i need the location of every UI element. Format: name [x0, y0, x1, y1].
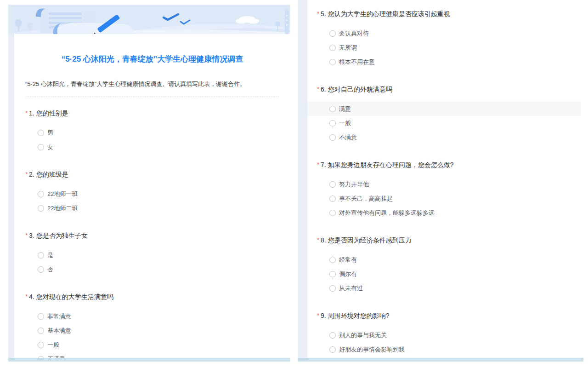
radio-button-icon[interactable]: [329, 257, 336, 263]
question-block: *3. 您是否为独生子女是否: [14, 231, 290, 276]
radio-button-icon[interactable]: [329, 346, 336, 353]
required-asterisk: *: [25, 171, 28, 178]
option-label: 从未有过: [339, 284, 363, 292]
option-label: 22地师二班: [47, 204, 78, 212]
option-row[interactable]: 一般: [307, 116, 581, 130]
radio-button-icon[interactable]: [329, 30, 336, 37]
radio-button-icon[interactable]: [329, 210, 336, 216]
radio-button-icon[interactable]: [38, 205, 44, 212]
survey-card: “5·25 心沐阳光，青春绽放”大学生心理健康情况调查 “5·25 心沐阳光，青…: [14, 34, 290, 358]
radio-button-icon[interactable]: [329, 332, 336, 339]
option-row[interactable]: 是: [14, 248, 290, 262]
required-asterisk: *: [317, 161, 319, 168]
question-block: *4. 您对现在的大学生活满意吗非常满意基本满意一般不满意: [14, 293, 290, 358]
option-label: 女: [47, 143, 53, 151]
survey-title: “5·25 心沐阳光，青春绽放”大学生心理健康情况调查: [25, 54, 279, 64]
option-label: 偶尔有: [339, 270, 357, 278]
required-asterisk: *: [25, 232, 28, 239]
option-row[interactable]: 经常有: [307, 253, 581, 267]
radio-button-icon[interactable]: [329, 196, 336, 202]
option-label: 基本满意: [47, 327, 71, 334]
option-row[interactable]: 基本满意: [14, 323, 290, 338]
option-row[interactable]: 从未有过: [307, 281, 581, 295]
option-label: 无所谓: [339, 44, 357, 52]
question-text: 5. 您认为大学生的心理健康是否应该引起重视: [321, 10, 450, 17]
option-label: 否: [47, 265, 53, 273]
radio-button-icon[interactable]: [329, 134, 336, 141]
option-row[interactable]: 要认真对待: [307, 26, 581, 40]
option-row[interactable]: 22地师一班: [14, 187, 290, 201]
option-row[interactable]: 偶尔有: [307, 267, 581, 281]
radio-button-icon[interactable]: [38, 313, 44, 320]
question-label: *3. 您是否为独生子女: [25, 231, 279, 240]
radio-button-icon[interactable]: [329, 271, 336, 277]
option-row[interactable]: 对外宣传他有问题，能躲多远躲多远: [307, 206, 581, 220]
option-row[interactable]: 不满意: [307, 130, 581, 144]
option-row[interactable]: 别人的事与我无关: [307, 328, 581, 342]
question-label: *6. 您对自己的外貌满意吗: [317, 85, 571, 94]
question-block: *5. 您认为大学生的心理健康是否应该引起重视要认真对待无所谓根本不用在意: [307, 10, 581, 69]
option-row[interactable]: 好朋友的事情会影响到我: [307, 342, 581, 356]
option-row[interactable]: 满意: [307, 102, 581, 116]
question-text: 7. 如果您身边朋友存在心理问题，您会怎么做?: [321, 161, 453, 168]
page-background-strip: [298, 0, 307, 358]
question-label: *7. 如果您身边朋友存在心理问题，您会怎么做?: [317, 161, 571, 169]
option-row[interactable]: 否: [14, 262, 290, 276]
question-block: *7. 如果您身边朋友存在心理问题，您会怎么做?努力开导他事不关己，高高挂起对外…: [307, 161, 581, 220]
option-row[interactable]: 22地师二班: [14, 201, 290, 215]
bottom-bar: [8, 358, 290, 362]
survey-card: *5. 您认为大学生的心理健康是否应该引起重视要认真对待无所谓根本不用在意*6.…: [307, 0, 581, 358]
option-row[interactable]: 努力开导他: [307, 177, 581, 191]
question-label: *2. 您的班级是: [25, 170, 279, 179]
question-label: *4. 您对现在的大学生活满意吗: [25, 293, 279, 301]
question-block: *9. 周围环境对您的影响?别人的事与我无关好朋友的事情会影响到我别人的事情对我…: [307, 311, 581, 358]
bottom-bar: [298, 358, 583, 362]
option-row[interactable]: 非常满意: [14, 309, 290, 323]
required-asterisk: *: [25, 109, 28, 116]
option-label: 满意: [339, 105, 351, 113]
option-row[interactable]: 男: [14, 126, 290, 140]
question-text: 4. 您对现在的大学生活满意吗: [29, 293, 113, 300]
radio-button-icon[interactable]: [329, 285, 336, 292]
radio-button-icon[interactable]: [38, 252, 44, 259]
survey-page-top: “5·25 心沐阳光，青春绽放”大学生心理健康情况调查 “5·25 心沐阳光，青…: [8, 5, 290, 362]
option-row[interactable]: 一般: [14, 338, 290, 352]
question-text: 1. 您的性别是: [29, 109, 68, 117]
option-row[interactable]: 无所谓: [307, 40, 581, 55]
radio-button-icon[interactable]: [38, 328, 44, 334]
option-label: 根本不用在意: [339, 58, 375, 66]
radio-button-icon[interactable]: [38, 130, 44, 136]
question-text: 3. 您是否为独生子女: [29, 232, 88, 239]
question-block: *1. 您的性别是男女: [14, 109, 290, 154]
option-label: 好朋友的事情会影响到我: [339, 345, 405, 353]
option-label: 事不关己，高高挂起: [339, 195, 393, 202]
radio-button-icon[interactable]: [329, 120, 336, 126]
radio-button-icon[interactable]: [38, 191, 44, 197]
option-label: 22地师一班: [47, 190, 78, 198]
required-asterisk: *: [317, 312, 319, 319]
radio-button-icon[interactable]: [329, 59, 336, 65]
option-label: 不满意: [339, 133, 357, 141]
radio-button-icon[interactable]: [329, 181, 336, 188]
option-row[interactable]: 事不关己，高高挂起: [307, 191, 581, 206]
question-text: 9. 周围环境对您的影响?: [321, 312, 389, 319]
header-divider: [25, 97, 279, 97]
question-label: *5. 您认为大学生的心理健康是否应该引起重视: [317, 10, 571, 18]
radio-button-icon[interactable]: [329, 45, 336, 51]
option-row[interactable]: 根本不用在意: [307, 55, 581, 69]
radio-button-icon[interactable]: [38, 144, 44, 150]
question-list-right: *5. 您认为大学生的心理健康是否应该引起重视要认真对待无所谓根本不用在意*6.…: [307, 10, 581, 358]
question-label: *9. 周围环境对您的影响?: [317, 311, 571, 320]
radio-button-icon[interactable]: [38, 266, 44, 273]
question-label: *8. 您是否因为经济条件感到压力: [317, 236, 571, 245]
required-asterisk: *: [317, 236, 319, 243]
page-background-strip: [8, 34, 14, 358]
required-asterisk: *: [317, 10, 319, 17]
option-label: 非常满意: [47, 312, 71, 320]
radio-button-icon[interactable]: [38, 342, 44, 348]
radio-button-icon[interactable]: [329, 106, 336, 112]
option-row[interactable]: 不满意: [14, 352, 290, 358]
option-label: 努力开导他: [339, 180, 369, 188]
question-text: 6. 您对自己的外貌满意吗: [321, 86, 392, 93]
option-row[interactable]: 女: [14, 140, 290, 154]
